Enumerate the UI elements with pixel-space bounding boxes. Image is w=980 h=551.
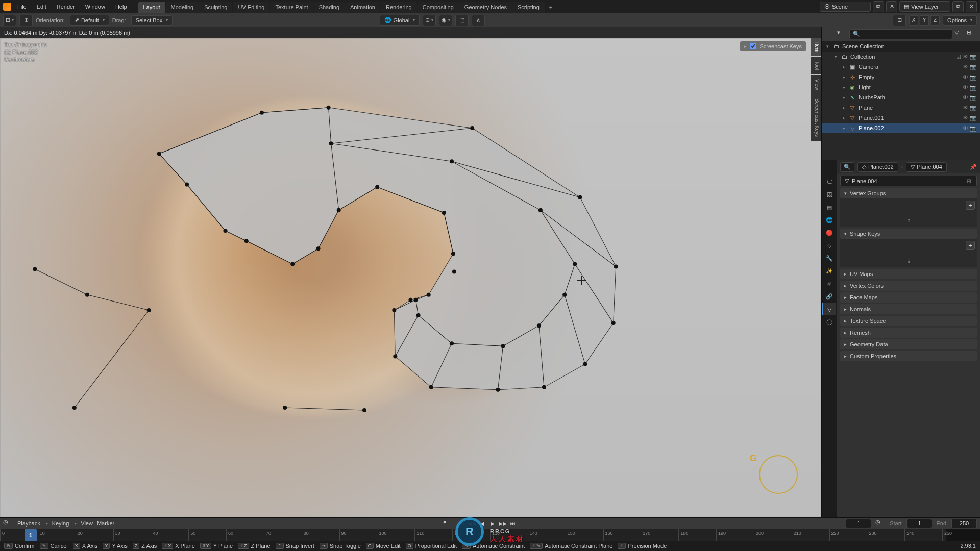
drag-dropdown[interactable]: Select Box▾ bbox=[131, 15, 173, 26]
prop-tab-world[interactable]: 🔴 bbox=[822, 227, 836, 239]
panel-header-vertex-colors[interactable]: ▸Vertex Colors bbox=[840, 281, 977, 291]
outliner[interactable]: ▾ 🗀 Scene Collection ▾ 🗀 Collection ☑ 👁 … bbox=[822, 41, 980, 160]
outliner-editor-type-button[interactable]: ≣ bbox=[825, 29, 835, 39]
workspace-tab-geometrynodes[interactable]: Geometry Nodes bbox=[459, 2, 512, 13]
time-stamp-button[interactable]: ◷ bbox=[875, 519, 886, 528]
viewlayer-selector[interactable]: ▤ View Layer bbox=[899, 1, 950, 12]
options-dropdown[interactable]: Options▾ bbox=[943, 15, 977, 26]
outliner-restrict-icons[interactable]: ☑ 👁 📷 bbox=[956, 54, 980, 60]
side-tab-item[interactable]: Item bbox=[811, 38, 821, 56]
prop-tab-physics[interactable]: ⚛ bbox=[822, 278, 836, 290]
outliner-display-mode-button[interactable]: ▾ bbox=[837, 29, 847, 39]
workspace-tab-uvediting[interactable]: UV Editing bbox=[233, 2, 270, 13]
prop-tab-mesh[interactable]: ▽ bbox=[822, 303, 836, 315]
prop-tab-render[interactable]: 🖵 bbox=[822, 176, 836, 188]
panel-header-vertex-groups[interactable]: ▾Vertex Groups bbox=[840, 188, 977, 198]
start-frame-field[interactable]: 1 bbox=[906, 519, 932, 528]
outliner-item-empty[interactable]: ▸ Empty 👁 📷 bbox=[822, 72, 980, 82]
panel-header-face-maps[interactable]: ▸Face Maps bbox=[840, 292, 977, 303]
workspace-tab-sculpting[interactable]: Sculpting bbox=[199, 2, 232, 13]
side-tab-tool[interactable]: Tool bbox=[811, 57, 821, 74]
outliner-item-light[interactable]: ▸ Light 👁 📷 bbox=[822, 82, 980, 92]
gizmo-toggle-button[interactable]: ⊡ bbox=[893, 15, 906, 26]
shield-icon[interactable]: ⛨ bbox=[967, 178, 972, 184]
axis-x-button[interactable]: X bbox=[909, 15, 918, 26]
play-reverse-button[interactable]: ◀ bbox=[478, 519, 487, 528]
breadcrumb-object[interactable]: ◇ Plane.002 bbox=[857, 162, 898, 172]
add-shape-key-button[interactable]: + bbox=[966, 241, 975, 250]
prop-tab-modifier[interactable]: 🔧 bbox=[822, 252, 836, 264]
viewlayer-new-button[interactable]: ⧉ bbox=[952, 1, 964, 12]
drag-handle-icon[interactable]: ⠿ bbox=[844, 259, 973, 264]
workspace-tab-layout[interactable]: Layout bbox=[138, 2, 165, 13]
timeline-menu-playback[interactable]: Playback bbox=[17, 520, 40, 527]
outliner-filter-button[interactable]: ▽ bbox=[954, 29, 965, 39]
workspace-tab-scripting[interactable]: Scripting bbox=[512, 2, 545, 13]
outliner-item-plane002[interactable]: ▸ Plane.002 👁 📷 bbox=[822, 123, 980, 133]
pin-icon[interactable]: 📌 bbox=[970, 164, 977, 170]
outliner-search-input[interactable]: 🔍 bbox=[849, 29, 952, 39]
prev-key-button[interactable]: ◀◀ bbox=[468, 519, 477, 528]
menu-file[interactable]: File bbox=[13, 2, 31, 12]
panel-header-geometry-data[interactable]: ▸Geometry Data bbox=[840, 339, 977, 349]
axis-z-button[interactable]: Z bbox=[930, 15, 940, 26]
outliner-collection[interactable]: ▾ 🗀 Collection ☑ 👁 📷 bbox=[822, 52, 980, 62]
editor-type-button[interactable]: ⊞▾ bbox=[3, 15, 16, 26]
orientation-dropdown[interactable]: ⬈Default▾ bbox=[70, 15, 109, 26]
timeline-menu-view[interactable]: View bbox=[81, 520, 93, 527]
prop-tab-scene[interactable]: 🌐 bbox=[822, 214, 836, 226]
search-icon[interactable]: 🔍 bbox=[840, 162, 854, 172]
end-frame-field[interactable]: 250 bbox=[951, 519, 977, 528]
outliner-item-plane001[interactable]: ▸ Plane.001 👁 📷 bbox=[822, 113, 980, 123]
navigation-gizmo[interactable]: G bbox=[755, 451, 801, 497]
panel-header-remesh[interactable]: ▸Remesh bbox=[840, 328, 977, 338]
screencast-checkbox[interactable] bbox=[750, 43, 756, 49]
axis-y-button[interactable]: Y bbox=[920, 15, 929, 26]
panel-header-shape-keys[interactable]: ▾Shape Keys bbox=[840, 229, 977, 239]
workspace-tab-texturepaint[interactable]: Texture Paint bbox=[270, 2, 313, 13]
autokey-button[interactable]: ● bbox=[443, 519, 453, 528]
timeline-editor-type-button[interactable]: ◷ bbox=[3, 519, 13, 528]
prop-tab-viewlayer[interactable]: ▤ bbox=[822, 201, 836, 213]
pivot-button[interactable]: ⊕ bbox=[19, 15, 33, 26]
outliner-item-plane[interactable]: ▸ Plane 👁 📷 bbox=[822, 103, 980, 113]
breadcrumb-mesh[interactable]: ▽ Plane.004 bbox=[906, 162, 947, 172]
add-vertex-group-button[interactable]: + bbox=[966, 201, 975, 210]
workspace-tab-shading[interactable]: Shading bbox=[314, 2, 345, 13]
outliner-item-nurbspath[interactable]: ▸ NurbsPath 👁 📷 bbox=[822, 92, 980, 103]
timeline-menu-keying[interactable]: Keying bbox=[52, 520, 69, 527]
play-button[interactable]: ▶ bbox=[488, 519, 497, 528]
workspace-add-button[interactable]: + bbox=[545, 2, 556, 13]
extra-button-2[interactable]: ∧ bbox=[472, 15, 485, 26]
jump-end-button[interactable]: ⏭ bbox=[508, 519, 518, 528]
panel-header-uv-maps[interactable]: ▸UV Maps bbox=[840, 269, 977, 279]
current-frame-field[interactable]: 1 bbox=[846, 519, 871, 528]
menu-window[interactable]: Window bbox=[81, 2, 109, 12]
menu-render[interactable]: Render bbox=[53, 2, 79, 12]
prop-tab-object[interactable]: ◇ bbox=[822, 239, 836, 252]
screencast-keys-overlay[interactable]: ▸ Screencast Keys bbox=[740, 41, 806, 51]
mesh-name-field[interactable]: ▽ Plane.004 ⛨ bbox=[840, 176, 977, 186]
scene-selector[interactable]: ⦿ Scene bbox=[820, 2, 871, 12]
3d-viewport[interactable]: Top Orthographic (1) Plane.002 Centimete… bbox=[0, 38, 821, 517]
jump-start-button[interactable]: ⏮ bbox=[457, 519, 467, 528]
snap-button[interactable]: ⊙▾ bbox=[423, 15, 436, 26]
side-tab-view[interactable]: View bbox=[811, 75, 821, 94]
workspace-tab-animation[interactable]: Animation bbox=[345, 2, 380, 13]
outliner-item-camera[interactable]: ▸ Camera 👁 📷 bbox=[822, 62, 980, 72]
panel-header-normals[interactable]: ▸Normals bbox=[840, 304, 977, 314]
timeline-track[interactable]: 0 10 20 30 40 50 60 70 80 90 100 110 120… bbox=[0, 529, 980, 541]
panel-header-texture-space[interactable]: ▸Texture Space bbox=[840, 316, 977, 326]
extra-button-1[interactable]: ⬚ bbox=[455, 15, 469, 26]
menu-help[interactable]: Help bbox=[111, 2, 131, 12]
drag-handle-icon[interactable]: ⠿ bbox=[844, 219, 973, 224]
axis-toggle-group[interactable]: X Y Z bbox=[909, 15, 940, 26]
outliner-new-collection-button[interactable]: ⊞ bbox=[967, 29, 977, 39]
prop-tab-material[interactable]: ◯ bbox=[822, 316, 836, 328]
workspace-tab-compositing[interactable]: Compositing bbox=[418, 2, 459, 13]
prop-tab-constraint[interactable]: 🔗 bbox=[822, 290, 836, 303]
workspace-tab-rendering[interactable]: Rendering bbox=[381, 2, 417, 13]
timeline-menu-marker[interactable]: Marker bbox=[97, 520, 114, 527]
playhead[interactable]: 1 bbox=[24, 529, 37, 541]
outliner-scene-collection[interactable]: ▾ 🗀 Scene Collection bbox=[822, 41, 980, 52]
